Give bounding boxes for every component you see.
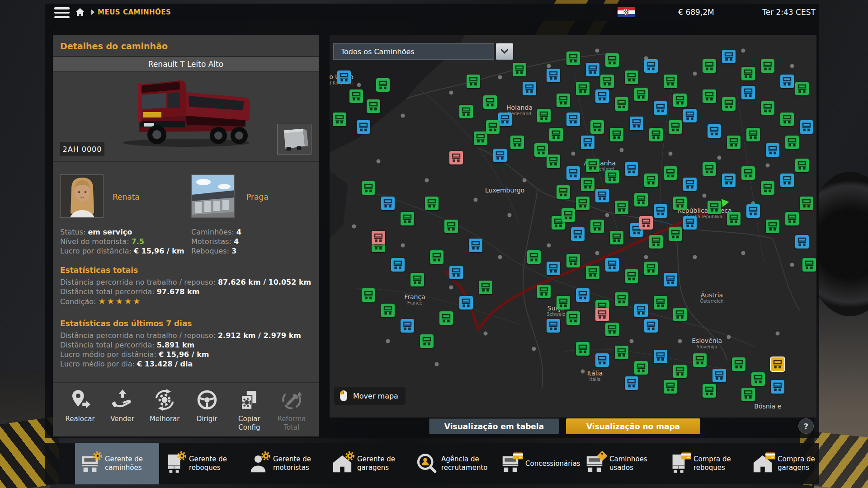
help-button[interactable]: ?: [798, 418, 814, 434]
driver-photo[interactable]: [60, 174, 104, 218]
truck-marker-blue[interactable]: [634, 304, 648, 317]
truck-marker-green[interactable]: [527, 250, 541, 264]
truck-marker-green[interactable]: [703, 162, 716, 176]
truck-marker-green[interactable]: [785, 212, 799, 225]
truck-marker-blue[interactable]: [712, 369, 726, 382]
truck-marker-green[interactable]: [673, 94, 687, 107]
truck-marker-blue[interactable]: [523, 82, 536, 95]
nav-item-compra-de-reboques[interactable]: Compra de reboques: [664, 443, 748, 484]
action-relocate[interactable]: Realocar: [59, 389, 101, 436]
truck-marker-blue[interactable]: [766, 143, 779, 157]
truck-marker-blue[interactable]: [722, 174, 736, 187]
truck-marker-green[interactable]: [673, 365, 687, 378]
truck-marker-green[interactable]: [761, 101, 774, 115]
truck-marker-green[interactable]: [600, 75, 614, 88]
action-sell[interactable]: Vender: [102, 389, 143, 436]
truck-marker-green[interactable]: [367, 99, 380, 113]
truck-marker-green[interactable]: [590, 220, 604, 233]
truck-marker-green[interactable]: [576, 197, 590, 210]
truck-marker-green[interactable]: [785, 136, 799, 149]
truck-marker-green[interactable]: [566, 52, 580, 65]
filter-chevron-button[interactable]: [496, 43, 513, 60]
table-view-button[interactable]: Visualização em tabela: [429, 418, 559, 434]
truck-marker-blue[interactable]: [746, 204, 760, 218]
truck-marker-green[interactable]: [566, 311, 580, 325]
truck-marker-blue[interactable]: [581, 136, 594, 149]
truck-marker-blue[interactable]: [644, 59, 658, 73]
truck-marker-blue[interactable]: [741, 86, 755, 99]
truck-marker-green[interactable]: [605, 53, 619, 67]
truck-marker-green[interactable]: [669, 227, 682, 241]
truck-marker-green[interactable]: [420, 334, 434, 348]
truck-marker-green[interactable]: [444, 220, 458, 233]
truck-marker-blue[interactable]: [571, 227, 585, 241]
truck-marker-blue[interactable]: [459, 296, 473, 310]
truck-marker-blue[interactable]: [800, 120, 813, 134]
truck-marker-blue[interactable]: [683, 178, 697, 191]
truck-marker-green[interactable]: [576, 342, 590, 356]
truck-marker-blue[interactable]: [566, 113, 580, 126]
truck-marker-green[interactable]: [644, 262, 658, 275]
truck-marker-green[interactable]: [800, 197, 813, 210]
truck-marker-green[interactable]: [537, 285, 551, 298]
truck-marker-green[interactable]: [703, 384, 716, 398]
truck-marker-green[interactable]: [486, 120, 500, 134]
truck-marker-green[interactable]: [547, 155, 560, 168]
truck-marker-green[interactable]: [644, 174, 658, 187]
garage-photo[interactable]: [191, 174, 235, 218]
nav-item-ag-ncia-de-recrutamento[interactable]: Agência de recrutamento: [411, 443, 495, 484]
truck-marker-green[interactable]: [727, 136, 741, 149]
truck-marker-green[interactable]: [381, 304, 395, 317]
truck-marker-green[interactable]: [474, 131, 487, 145]
truck-marker-blue[interactable]: [795, 235, 809, 249]
truck-marker-green[interactable]: [708, 201, 721, 214]
truck-marker-red[interactable]: [372, 231, 385, 244]
truck-marker-blue[interactable]: [708, 124, 721, 138]
truck-marker-green[interactable]: [467, 75, 480, 88]
truck-marker-blue[interactable]: [605, 258, 619, 272]
truck-marker-green[interactable]: [741, 388, 755, 401]
truck-marker-blue[interactable]: [576, 288, 590, 302]
truck-marker-blue[interactable]: [381, 197, 395, 210]
home-icon[interactable]: [74, 7, 86, 18]
truck-marker-green[interactable]: [610, 231, 623, 244]
truck-marker-green[interactable]: [634, 88, 648, 101]
truck-marker-blue[interactable]: [595, 189, 609, 202]
truck-marker-green[interactable]: [513, 63, 526, 76]
truck-marker-green[interactable]: [664, 75, 677, 88]
truck-marker-blue[interactable]: [644, 319, 658, 333]
truck-marker-green[interactable]: [581, 178, 594, 191]
truck-marker-blue[interactable]: [771, 380, 784, 394]
truck-marker-blue[interactable]: [498, 113, 512, 126]
truck-marker-blue[interactable]: [625, 376, 638, 390]
truck-marker-blue[interactable]: [401, 319, 414, 333]
action-copy[interactable]: Copiar Config: [228, 389, 270, 436]
menu-icon[interactable]: [54, 7, 70, 18]
truck-marker-green[interactable]: [766, 220, 779, 233]
truck-marker-green[interactable]: [586, 159, 599, 172]
nav-item-gerente-de-motoristas[interactable]: Gerente de motoristas: [243, 443, 327, 484]
truck-marker-blue[interactable]: [595, 353, 609, 367]
truck-marker-blue[interactable]: [664, 273, 677, 286]
truck-marker-blue[interactable]: [654, 350, 667, 363]
truck-marker-green[interactable]: [615, 97, 628, 111]
truck-marker-blue[interactable]: [391, 258, 405, 272]
driver-name[interactable]: Renata: [113, 192, 140, 202]
nav-item-compra-de-garagens[interactable]: Compra de garagens: [748, 443, 832, 484]
truck-marker-green[interactable]: [557, 185, 570, 199]
truck-marker-green[interactable]: [333, 113, 346, 126]
truck-marker-green[interactable]: [557, 296, 570, 310]
truck-marker-green[interactable]: [703, 59, 716, 73]
truck-marker-red[interactable]: [449, 151, 463, 164]
truck-marker-green[interactable]: [401, 212, 414, 225]
truck-marker-green[interactable]: [605, 323, 619, 336]
map-view-button[interactable]: Visualização no mapa: [566, 418, 700, 434]
truck-marker-green[interactable]: [561, 208, 575, 222]
truck-marker-green[interactable]: [761, 59, 774, 73]
truck-marker-blue[interactable]: [654, 204, 667, 218]
truck-marker-green[interactable]: [605, 170, 619, 183]
truck-marker-green[interactable]: [549, 128, 563, 141]
truck-marker-red[interactable]: [595, 308, 609, 321]
truck-marker-green[interactable]: [761, 181, 774, 195]
truck-marker-blue[interactable]: [449, 266, 463, 279]
